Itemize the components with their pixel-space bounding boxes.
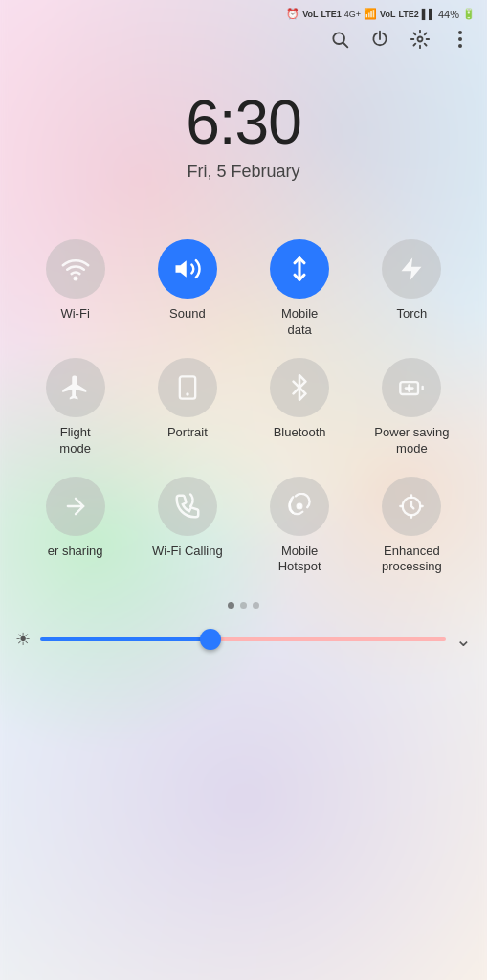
bluetooth-label: Bluetooth: [274, 425, 326, 441]
clock-section: 6:30 Fri, 5 February: [0, 58, 487, 230]
data-sharing-icon: [46, 477, 105, 536]
tile-mobile-data[interactable]: Mobile data: [252, 239, 347, 339]
svg-point-4: [458, 37, 462, 41]
signal-bars-2: ▌▌: [422, 9, 435, 19]
pagination-dot-2[interactable]: [240, 602, 247, 609]
battery-level: 44%: [438, 9, 459, 20]
battery-icon: 🔋: [462, 8, 476, 20]
tile-bluetooth[interactable]: Bluetooth: [252, 358, 347, 441]
portrait-label: Portrait: [167, 425, 208, 441]
tile-portrait[interactable]: Portrait: [140, 358, 235, 441]
portrait-icon: [158, 358, 217, 417]
clock-date: Fri, 5 February: [187, 162, 299, 182]
tile-power-saving[interactable]: Power saving mode: [364, 358, 459, 457]
svg-point-2: [418, 37, 423, 42]
alarm-icon: ⏰: [286, 8, 299, 20]
mobile-data-icon: [270, 239, 329, 299]
signal-bars-1: 📶: [364, 8, 377, 20]
wifi-calling-icon: [158, 477, 217, 536]
pagination-dots: [0, 585, 487, 620]
volte1-indicator: VoL: [302, 10, 318, 19]
svg-point-3: [458, 31, 462, 34]
tile-wifi-calling[interactable]: Wi-Fi Calling: [140, 477, 235, 560]
svg-point-6: [74, 278, 77, 280]
brightness-bar: ☀ ⌄: [0, 620, 487, 658]
4g-indicator: 4G+: [344, 10, 361, 19]
tile-enhanced-processing[interactable]: Enhanced processing: [364, 477, 459, 576]
power-saving-icon: [382, 358, 441, 417]
brightness-track[interactable]: [40, 637, 446, 641]
tiles-row-1: Wi-Fi Sound: [19, 230, 468, 348]
brightness-expand-icon[interactable]: ⌄: [455, 628, 472, 651]
svg-point-5: [458, 44, 462, 48]
tile-mobile-hotspot[interactable]: Mobile Hotspot: [252, 477, 347, 576]
enhanced-processing-label: Enhanced processing: [382, 544, 442, 576]
power-button[interactable]: [368, 28, 391, 51]
enhanced-processing-icon: [382, 477, 441, 536]
top-actions-bar: [0, 24, 487, 58]
quick-tiles-grid: Wi-Fi Sound: [0, 230, 487, 585]
tile-flight-mode[interactable]: Flight mode: [28, 358, 123, 457]
pagination-dot-1[interactable]: [228, 602, 234, 609]
mobile-hotspot-icon: [270, 477, 329, 536]
mobile-data-label: Mobile data: [281, 306, 318, 339]
sound-label: Sound: [169, 306, 206, 323]
status-bar: ⏰ VoL LTE1 4G+ 📶 VoL LTE2 ▌▌ 44% 🔋: [0, 0, 487, 24]
flight-mode-label: Flight mode: [59, 425, 91, 457]
wifi-icon: [46, 239, 105, 299]
svg-line-1: [343, 43, 348, 48]
wifi-label: Wi-Fi: [60, 306, 89, 323]
clock-time: 6:30: [186, 87, 301, 158]
tiles-row-3: er sharing Wi-Fi Calling: [19, 467, 468, 586]
data-sharing-label: er sharing: [48, 544, 103, 560]
pagination-dot-3[interactable]: [253, 602, 259, 609]
wifi-calling-label: Wi-Fi Calling: [152, 544, 223, 560]
lte2-indicator: LTE2: [398, 10, 418, 19]
torch-icon: [382, 239, 441, 299]
tile-wifi[interactable]: Wi-Fi: [28, 239, 123, 323]
volte2-indicator: VoL: [380, 10, 395, 19]
brightness-thumb[interactable]: [200, 629, 221, 650]
search-button[interactable]: [328, 28, 351, 51]
tiles-row-2: Flight mode Portrait Bluetooth: [19, 348, 468, 467]
more-options-button[interactable]: [449, 28, 472, 51]
power-saving-label: Power saving mode: [374, 425, 449, 457]
sound-icon: [158, 239, 217, 299]
torch-label: Torch: [396, 306, 427, 323]
tile-data-sharing[interactable]: er sharing: [28, 477, 123, 560]
bluetooth-icon: [270, 358, 329, 417]
flight-mode-icon: [46, 358, 105, 417]
mobile-hotspot-label: Mobile Hotspot: [278, 544, 321, 576]
svg-marker-8: [402, 257, 422, 279]
brightness-low-icon: ☀: [15, 629, 31, 650]
tile-torch[interactable]: Torch: [364, 239, 459, 323]
lte1-indicator: LTE1: [321, 10, 342, 19]
tile-sound[interactable]: Sound: [140, 239, 235, 323]
status-icons: ⏰ VoL LTE1 4G+ 📶 VoL LTE2 ▌▌ 44% 🔋: [286, 8, 476, 20]
settings-button[interactable]: [409, 28, 432, 51]
svg-point-14: [298, 503, 302, 508]
